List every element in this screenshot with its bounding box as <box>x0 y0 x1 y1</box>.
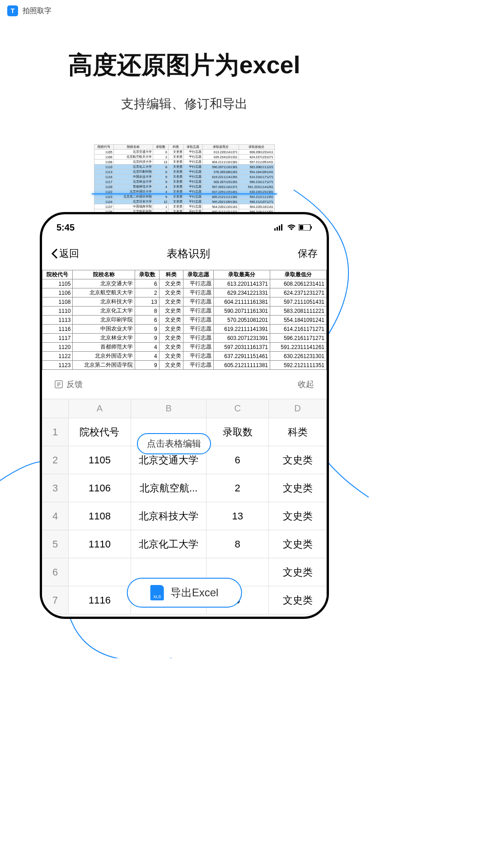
excel-cell[interactable]: 6 <box>206 446 269 474</box>
excel-cell[interactable]: 1116 <box>69 586 131 614</box>
xls-icon: XLS <box>150 585 164 600</box>
excel-cell[interactable]: 13 <box>206 502 269 530</box>
svg-rect-5 <box>300 225 303 230</box>
row-header[interactable]: 7 <box>42 586 69 614</box>
feedback-label: 反馈 <box>66 379 83 390</box>
excel-cell[interactable]: 文史类 <box>269 586 327 614</box>
row-header[interactable]: 1 <box>42 418 69 446</box>
hero-title: 高度还原图片为excel <box>0 49 369 82</box>
row-header[interactable]: 3 <box>42 474 69 502</box>
excel-cell[interactable]: 北京航空航... <box>131 474 206 502</box>
export-label: 导出Excel <box>170 585 219 600</box>
edit-tooltip: 点击表格编辑 <box>137 433 211 454</box>
excel-cell[interactable]: 科类 <box>269 418 327 446</box>
excel-cell[interactable]: 录取数 <box>206 418 269 446</box>
excel-cell[interactable]: 院校代号 <box>69 418 131 446</box>
col-header[interactable]: A <box>69 399 131 418</box>
back-button[interactable]: 返回 <box>51 247 79 260</box>
status-time: 5:45 <box>56 222 75 233</box>
row-header[interactable]: 5 <box>42 530 69 558</box>
nav-bar: 返回 表格识别 保存 <box>42 237 327 270</box>
app-header: T 拍照取字 <box>0 0 369 22</box>
svg-rect-6 <box>311 226 312 229</box>
col-header[interactable]: D <box>269 399 327 418</box>
collapse-button[interactable]: 收起 <box>298 379 314 390</box>
svg-rect-2 <box>279 226 280 231</box>
app-icon: T <box>7 5 18 16</box>
excel-cell[interactable]: 文史类 <box>269 502 327 530</box>
status-bar: 5:45 <box>42 214 327 237</box>
row-header[interactable]: 2 <box>42 446 69 474</box>
col-header[interactable]: C <box>206 399 269 418</box>
nav-title: 表格识别 <box>167 246 210 261</box>
feedback-button[interactable]: 反馈 <box>55 379 83 390</box>
back-label: 返回 <box>59 247 79 260</box>
excel-cell[interactable] <box>69 558 131 586</box>
excel-cell[interactable]: 文史类 <box>269 446 327 474</box>
wifi-icon <box>287 222 296 233</box>
phone-mockup: 5:45 返回 表格识别 保存 院校代号院校名称录取数科类录取志愿录取最高分录取… <box>40 212 329 619</box>
app-name: 拍照取字 <box>23 6 52 16</box>
row-header[interactable]: 4 <box>42 502 69 530</box>
save-button[interactable]: 保存 <box>298 247 318 260</box>
excel-cell[interactable]: 文史类 <box>269 530 327 558</box>
row-header[interactable]: 6 <box>42 558 69 586</box>
svg-rect-0 <box>274 228 276 231</box>
excel-cell[interactable]: 北京化工大学 <box>131 530 206 558</box>
feedback-icon <box>55 380 63 388</box>
battery-icon <box>299 222 312 233</box>
feedback-bar: 反馈 收起 <box>42 370 327 399</box>
excel-cell[interactable]: 8 <box>206 530 269 558</box>
col-header[interactable]: B <box>131 399 206 418</box>
excel-cell[interactable]: 北京科技大学 <box>131 502 206 530</box>
chevron-left-icon <box>51 248 58 259</box>
excel-cell[interactable]: 1108 <box>69 502 131 530</box>
excel-cell[interactable]: 1105 <box>69 446 131 474</box>
excel-cell[interactable]: 文史类 <box>269 474 327 502</box>
excel-cell[interactable]: 2 <box>206 474 269 502</box>
excel-cell[interactable]: 1110 <box>69 530 131 558</box>
export-excel-button[interactable]: XLS 导出Excel <box>127 578 242 608</box>
scan-line <box>92 193 277 194</box>
svg-rect-1 <box>277 227 278 231</box>
signal-icon <box>274 222 284 233</box>
svg-rect-3 <box>281 224 282 231</box>
excel-cell[interactable]: 文史类 <box>269 558 327 586</box>
hero-subtitle: 支持编辑、修订和导出 <box>0 95 369 113</box>
detail-table: 院校代号院校名称录取数科类录取志愿录取最高分录取最低分1105北京交通大学6文史… <box>42 270 327 370</box>
excel-cell[interactable]: 1106 <box>69 474 131 502</box>
